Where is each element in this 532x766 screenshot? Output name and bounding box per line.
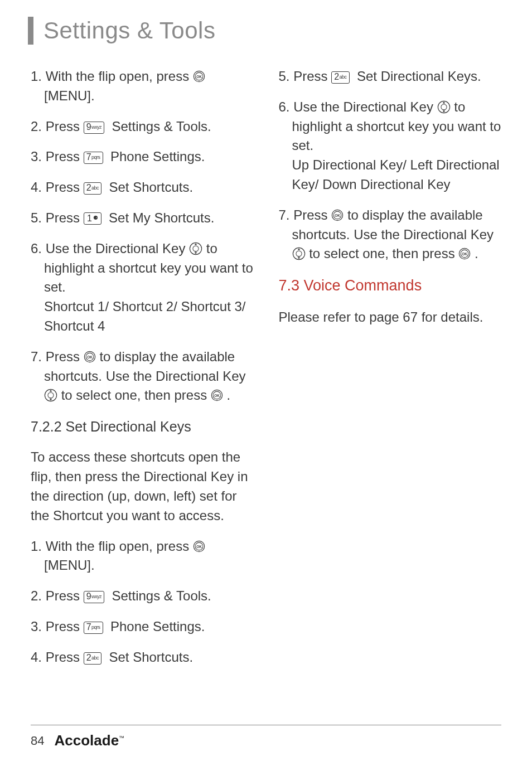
step-2-pre: 2. Press [31,119,84,134]
step-4-label: Set Shortcuts. [105,180,193,195]
r-step-6-b: to [454,99,465,114]
right-column: 5. Press 2abc Set Directional Keys. 6. U… [279,67,502,678]
r-step-7-d: . [475,246,478,261]
r-step-7-a: 7. Press [279,207,332,222]
step-7-d: . [227,387,231,403]
key-2-icon: 2abc [331,71,349,84]
directional-key-icon [189,241,202,255]
step-6-text-c: highlight a shortcut key you want to set… [44,259,254,298]
step-b4-pre: 4. Press [31,649,84,665]
directional-key-icon [292,246,306,260]
step-b2-pre: 2. Press [31,588,84,603]
step-b4-label: Set Shortcuts. [105,649,193,665]
r-step-6: 6. Use the Directional Key to highlight … [279,98,502,195]
r-step-5: 5. Press 2abc Set Directional Keys. [279,67,502,86]
ok-icon [193,69,205,81]
page-footer: 84 Accolade™ [31,725,501,749]
step-5: 5. Press 1 ⚈ Set My Shortcuts. [31,209,254,228]
step-6: 6. Use the Directional Key to highlight … [31,239,254,336]
r-step-6-c: highlight a shortcut key you want to set… [292,117,502,156]
page-title: Settings & Tools [43,17,215,44]
page-number: 84 [31,734,44,748]
key-7-icon: 7pqrs [84,622,103,634]
step-2-label: Settings & Tools. [108,119,211,134]
r-step-7: 7. Press to display the available shortc… [279,206,502,264]
step-b1: 1. With the flip open, press [MENU]. [31,537,254,576]
step-3-label: Phone Settings. [107,149,205,164]
step-6-options: Shortcut 1/ Shortcut 2/ Shortcut 3/ Shor… [44,297,254,336]
step-6-text-b: to [206,241,217,256]
step-b1-text: 1. With the flip open, press [31,539,193,554]
step-4: 4. Press 2abc Set Shortcuts. [31,178,254,197]
step-b1-menu: [MENU]. [44,556,254,575]
key-2-icon: 2abc [84,652,101,665]
title-accent-bar [28,17,33,45]
step-3: 3. Press 7pqrs Phone Settings. [31,147,254,167]
r-step-5-pre: 5. Press [279,69,332,84]
step-3-pre: 3. Press [31,149,84,164]
page-title-row: Settings & Tools [28,17,501,45]
ok-icon [84,349,96,361]
key-7-icon: 7pqrs [84,152,103,164]
step-1-text: 1. With the flip open, press [31,69,193,84]
r-step-5-label: Set Directional Keys. [353,69,481,84]
step-7-c: to select one, then press [61,387,211,403]
intro-paragraph: To access these shortcuts open the flip,… [31,448,254,525]
directional-key-icon [44,388,57,401]
ok-icon [331,207,344,220]
step-b3: 3. Press 7pqrs Phone Settings. [31,617,254,637]
key-9-icon: 9wxyz [84,122,104,134]
step-5-pre: 5. Press [31,210,84,225]
step-7-a: 7. Press [31,349,84,364]
r-step-6-a: 6. Use the Directional Key [279,99,437,114]
key-9-icon: 9wxyz [84,591,104,603]
left-column: 1. With the flip open, press [MENU]. 2. … [31,67,254,678]
step-b3-pre: 3. Press [31,619,84,634]
key-2-icon: 2abc [84,182,101,195]
ok-icon [211,387,223,400]
ok-icon [193,539,205,551]
step-b2: 2. Press 9wxyz Settings & Tools. [31,586,254,606]
subheading-set-directional-keys: 7.2.2 Set Directional Keys [31,416,254,437]
step-b4: 4. Press 2abc Set Shortcuts. [31,648,254,667]
r-step-7-c: to select one, then press [309,246,458,261]
voice-commands-para: Please refer to page 67 for details. [279,308,502,327]
step-2: 2. Press 9wxyz Settings & Tools. [31,117,254,137]
step-b2-label: Settings & Tools. [108,588,211,603]
step-6-text-a: 6. Use the Directional Key [31,241,189,256]
step-7: 7. Press to display the available shortc… [31,347,254,405]
step-5-label: Set My Shortcuts. [105,210,214,225]
key-1-icon: 1 ⚈ [84,212,101,225]
step-b3-label: Phone Settings. [107,619,205,634]
step-1: 1. With the flip open, press [MENU]. [31,67,254,106]
step-4-pre: 4. Press [31,180,84,195]
r-step-6-options: Up Directional Key/ Left Directional Key… [292,156,502,195]
ok-icon [458,246,471,258]
directional-key-icon [437,100,451,113]
brand-logo: Accolade™ [54,732,124,749]
step-1-menu: [MENU]. [44,86,254,106]
section-voice-commands: 7.3 Voice Commands [279,275,502,297]
